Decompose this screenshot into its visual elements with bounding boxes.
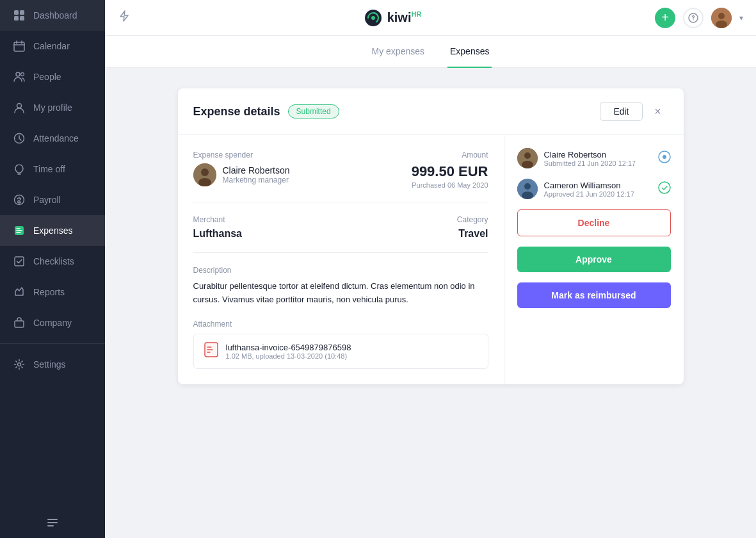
svg-rect-15 (47, 522, 58, 523)
card-right: Claire Robertson Submitted 21 Jun 2020 1… (504, 135, 684, 384)
svg-point-20 (693, 19, 694, 20)
help-button[interactable] (683, 8, 704, 28)
avatar[interactable] (711, 8, 732, 28)
sidebar-item-people[interactable]: People (0, 61, 105, 92)
sidebar-label-dashboard: Dashboard (33, 10, 77, 20)
amount-field: Amount 999.50 EUR Purchased 06 May 2020 (412, 151, 488, 189)
topbar-center: kiwiHR (364, 9, 422, 27)
spender-amount-row: Expense spender Claire Robertson Marketi… (193, 151, 488, 189)
logo-text: kiwiHR (387, 10, 422, 25)
svg-point-29 (524, 152, 531, 159)
description-text: Curabitur pellentesque tortor at eleifen… (193, 280, 488, 307)
sidebar-item-attendance[interactable]: Attendance (0, 123, 105, 154)
svg-rect-2 (14, 16, 19, 20)
sidebar-label-checklists: Checklists (33, 256, 74, 266)
topbar: kiwiHR + ▾ (105, 0, 756, 36)
status-badge: Submitted (288, 104, 339, 118)
tab-my-expenses[interactable]: My expenses (369, 36, 427, 68)
attachment-label: Attachment (193, 320, 488, 329)
sidebar-collapse-button[interactable] (13, 516, 92, 529)
pdf-icon (204, 342, 218, 361)
svg-rect-11 (15, 257, 24, 266)
sidebar-label-payroll: Payroll (33, 195, 61, 205)
attachment-details: lufthansa-invoice-6549879876598 1.02 MB,… (226, 343, 351, 360)
logo-icon (364, 9, 382, 27)
amount-value: 999.50 EUR (412, 163, 488, 180)
sidebar-item-expenses[interactable]: Expenses (0, 215, 105, 246)
attendance-icon (13, 132, 26, 145)
approver-1-status-icon (658, 151, 671, 167)
sidebar-label-people: People (33, 72, 61, 82)
merchant-category-row: Merchant Lufthansa Category Travel (193, 215, 488, 240)
svg-rect-4 (14, 42, 24, 51)
approver-1-avatar (517, 148, 538, 168)
tab-expenses[interactable]: Expenses (447, 36, 492, 68)
svg-point-35 (522, 192, 533, 199)
sidebar-item-reports[interactable]: Reports (0, 277, 105, 307)
header-actions: Edit × (600, 101, 668, 122)
approve-button[interactable]: Approve (517, 247, 671, 272)
people-icon (13, 70, 26, 83)
category-value: Travel (457, 228, 488, 240)
edit-button[interactable]: Edit (600, 102, 642, 121)
flash-icon[interactable] (118, 10, 131, 26)
card-body: Expense spender Claire Robertson Marketi… (178, 135, 684, 384)
svg-rect-1 (20, 10, 24, 15)
merchant-value: Lufthansa (193, 228, 242, 240)
card-left: Expense spender Claire Robertson Marketi… (178, 135, 504, 384)
avatar-chevron[interactable]: ▾ (739, 13, 743, 22)
svg-rect-3 (20, 16, 24, 20)
merchant-field: Merchant Lufthansa (193, 215, 242, 240)
expenses-icon (13, 224, 26, 237)
add-button[interactable]: + (655, 8, 675, 28)
spender-role: Marketing manager (223, 175, 290, 184)
sidebar-label-expenses: Expenses (33, 225, 72, 236)
sidebar-label-company: Company (33, 318, 72, 328)
reimburse-button[interactable]: Mark as reimbursed (517, 282, 671, 308)
topbar-right: + ▾ (655, 8, 743, 28)
sidebar-label-settings: Settings (33, 359, 66, 370)
svg-point-32 (663, 155, 666, 159)
svg-point-13 (18, 363, 21, 366)
sidebar-item-settings[interactable]: Settings (0, 349, 105, 380)
svg-point-25 (201, 168, 209, 176)
sidebar-item-checklists[interactable]: Checklists (0, 246, 105, 277)
svg-rect-16 (47, 525, 54, 526)
checklists-icon (13, 255, 26, 268)
approver-2-avatar (517, 179, 538, 199)
spender-details: Claire Robertson Marketing manager (223, 165, 290, 184)
svg-point-36 (659, 182, 670, 193)
logo: kiwiHR (364, 9, 422, 27)
sidebar-item-calendar[interactable]: Calendar (0, 31, 105, 61)
sidebar-item-company[interactable]: Company (0, 307, 105, 338)
attachment-meta: 1.02 MB, uploaded 13-03-2020 (10:48) (226, 352, 351, 360)
content-area: Expense details Submitted Edit × Expense… (105, 68, 756, 538)
sidebar-item-my-profile[interactable]: My profile (0, 92, 105, 123)
decline-button[interactable]: Decline (517, 209, 671, 236)
time-off-icon (13, 163, 26, 175)
sidebar-label-time-off: Time off (33, 164, 65, 174)
approver-2-name: Cameron Williamson (544, 181, 634, 190)
spender-info: Claire Robertson Marketing manager (193, 163, 290, 186)
sidebar-item-dashboard[interactable]: Dashboard (0, 0, 105, 31)
svg-rect-0 (14, 10, 19, 15)
svg-point-22 (718, 13, 725, 19)
description-label: Description (193, 266, 488, 275)
sidebar: Dashboard Calendar People My profile Att… (0, 0, 105, 538)
svg-point-6 (21, 73, 24, 76)
dashboard-icon (13, 9, 26, 22)
merchant-label: Merchant (193, 215, 242, 224)
approver-2-details: Cameron Williamson Approved 21 Jun 2020 … (544, 181, 634, 198)
sidebar-item-time-off[interactable]: Time off (0, 154, 105, 184)
attachment-name: lufthansa-invoice-6549879876598 (226, 343, 351, 352)
approver-1-name: Claire Robertson (544, 150, 636, 159)
sidebar-item-payroll[interactable]: Payroll (0, 184, 105, 215)
approver-1: Claire Robertson Submitted 21 Jun 2020 1… (517, 148, 671, 168)
attachment-item[interactable]: lufthansa-invoice-6549879876598 1.02 MB,… (193, 334, 488, 369)
svg-point-18 (371, 16, 375, 20)
close-button[interactable]: × (648, 101, 668, 122)
svg-rect-14 (47, 519, 58, 520)
svg-point-34 (524, 183, 531, 190)
category-label: Category (457, 215, 488, 224)
payroll-icon (13, 193, 26, 206)
